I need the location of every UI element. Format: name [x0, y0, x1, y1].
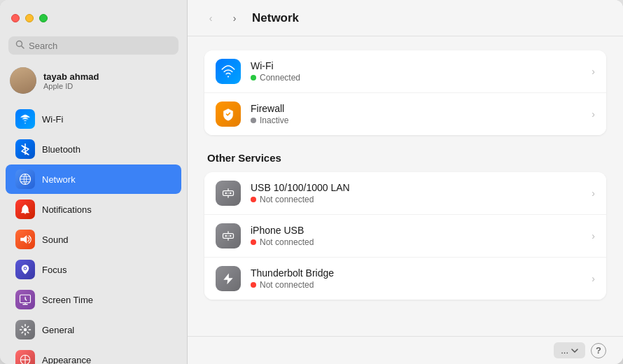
- sidebar-label-bluetooth: Bluetooth: [42, 144, 80, 155]
- search-icon: [15, 40, 24, 51]
- firewall-chevron-icon: ›: [592, 108, 595, 120]
- usb-lan-status: Not connected: [251, 195, 582, 204]
- content-titlebar: ‹ › Network: [188, 0, 623, 36]
- usb-lan-info: USB 10/100/1000 LAN Not connected: [251, 182, 582, 204]
- main-content: ‹ › Network Wi-Fi: [188, 0, 623, 364]
- thunderbolt-status: Not connected: [251, 280, 582, 290]
- firewall-status-dot: [251, 118, 256, 123]
- user-profile[interactable]: tayab ahmad Apple ID: [0, 62, 187, 99]
- avatar: [10, 67, 36, 94]
- sidebar: tayab ahmad Apple ID Wi-Fi: [0, 0, 188, 364]
- sidebar-item-bluetooth[interactable]: Bluetooth: [6, 134, 181, 164]
- sidebar-label-wifi: Wi-Fi: [42, 114, 63, 125]
- sidebar-label-notifications: Notifications: [42, 204, 92, 215]
- iphone-usb-status-text: Not connected: [260, 237, 314, 247]
- sidebar-item-sound[interactable]: Sound: [6, 225, 181, 254]
- sidebar-item-general[interactable]: General: [6, 315, 181, 344]
- other-services-list: USB 10/100/1000 LAN Not connected ›: [204, 172, 606, 300]
- iphone-usb-chevron-icon: ›: [592, 230, 595, 241]
- network-icon: [15, 169, 35, 189]
- back-button[interactable]: ‹: [202, 9, 220, 27]
- firewall-service-name: Firewall: [251, 103, 582, 114]
- sidebar-item-wifi[interactable]: Wi-Fi: [6, 104, 181, 134]
- iphone-usb-status-dot: [251, 239, 256, 245]
- firewall-status-text: Inactive: [260, 115, 288, 125]
- wifi-icon: [15, 109, 35, 129]
- svg-point-2: [24, 122, 26, 124]
- iphone-usb-info: iPhone USB Not connected: [251, 225, 582, 247]
- sidebar-item-screentime[interactable]: Screen Time: [6, 285, 181, 314]
- iphone-usb-icon: [216, 223, 241, 248]
- iphone-usb-status: Not connected: [251, 237, 582, 247]
- help-label: ?: [596, 345, 601, 356]
- usb-lan-status-dot: [251, 197, 256, 202]
- close-button[interactable]: [11, 14, 20, 22]
- wifi-status-dot: [251, 75, 256, 80]
- thunderbolt-icon: [216, 266, 241, 291]
- user-name: tayab ahmad: [43, 71, 99, 82]
- titlebar: [0, 0, 187, 36]
- help-button[interactable]: ?: [591, 343, 606, 358]
- wifi-chevron-icon: ›: [592, 66, 595, 77]
- other-services-header: Other Services: [207, 152, 606, 164]
- wifi-service-status: Connected: [251, 73, 582, 83]
- sidebar-item-network[interactable]: Network: [6, 164, 181, 194]
- sidebar-label-appearance: Appearance: [42, 355, 91, 365]
- user-info: tayab ahmad Apple ID: [43, 71, 99, 90]
- thunderbolt-name: Thunderbolt Bridge: [251, 267, 582, 279]
- thunderbolt-info: Thunderbolt Bridge Not connected: [251, 267, 582, 290]
- firewall-service-info: Firewall Inactive: [251, 103, 582, 125]
- usb-lan-name: USB 10/100/1000 LAN: [251, 182, 582, 193]
- notifications-icon: [15, 200, 35, 219]
- wifi-service-name: Wi-Fi: [251, 60, 582, 71]
- search-bar[interactable]: [8, 36, 178, 55]
- service-item-usb-lan[interactable]: USB 10/100/1000 LAN Not connected ›: [204, 172, 606, 215]
- wifi-status-text: Connected: [260, 73, 300, 83]
- maximize-button[interactable]: [39, 14, 48, 22]
- sidebar-label-general: General: [42, 325, 74, 335]
- top-services-list: Wi-Fi Connected ›: [204, 50, 606, 135]
- dropdown-chevron-icon: [571, 348, 578, 354]
- firewall-service-status: Inactive: [251, 115, 582, 125]
- content-footer: ... ?: [188, 336, 623, 364]
- usb-lan-status-text: Not connected: [260, 195, 314, 204]
- svg-line-1: [22, 46, 24, 49]
- sidebar-item-focus[interactable]: Focus: [6, 255, 181, 284]
- content-body: Wi-Fi Connected ›: [188, 36, 623, 336]
- forward-button[interactable]: ›: [225, 9, 244, 27]
- more-options-label: ...: [561, 345, 568, 356]
- sound-icon: [15, 230, 35, 249]
- sidebar-label-sound: Sound: [42, 234, 69, 245]
- user-subtitle: Apple ID: [43, 82, 99, 90]
- thunderbolt-chevron-icon: ›: [592, 273, 595, 284]
- screentime-icon: [15, 290, 35, 309]
- svg-point-10: [24, 328, 27, 332]
- wifi-service-icon: [216, 59, 241, 84]
- system-preferences-window: tayab ahmad Apple ID Wi-Fi: [0, 0, 623, 364]
- iphone-usb-name: iPhone USB: [251, 225, 582, 236]
- usb-lan-chevron-icon: ›: [592, 188, 595, 199]
- bluetooth-icon: [15, 139, 35, 159]
- usb-lan-icon: [216, 181, 241, 206]
- svg-marker-5: [20, 235, 27, 244]
- wifi-service-info: Wi-Fi Connected: [251, 60, 582, 83]
- service-item-firewall[interactable]: Firewall Inactive ›: [204, 93, 606, 135]
- sidebar-label-focus: Focus: [42, 265, 66, 275]
- service-item-thunderbolt[interactable]: Thunderbolt Bridge Not connected ›: [204, 258, 606, 300]
- thunderbolt-status-dot: [251, 282, 256, 288]
- sidebar-item-appearance[interactable]: Appearance: [6, 345, 181, 364]
- appearance-icon: [15, 350, 35, 364]
- more-options-button[interactable]: ...: [554, 342, 585, 358]
- service-item-iphone-usb[interactable]: iPhone USB Not connected ›: [204, 215, 606, 258]
- service-item-wifi[interactable]: Wi-Fi Connected ›: [204, 50, 606, 93]
- search-input[interactable]: [29, 41, 172, 51]
- sidebar-item-notifications[interactable]: Notifications: [6, 195, 181, 224]
- sidebar-nav: Wi-Fi Bluetooth: [0, 102, 187, 364]
- minimize-button[interactable]: [25, 14, 34, 22]
- focus-icon: [15, 260, 35, 279]
- sidebar-label-network: Network: [42, 174, 76, 185]
- sidebar-label-screentime: Screen Time: [42, 295, 93, 305]
- firewall-service-icon: [216, 102, 241, 127]
- svg-point-12: [227, 76, 229, 77]
- content-title: Network: [252, 11, 299, 25]
